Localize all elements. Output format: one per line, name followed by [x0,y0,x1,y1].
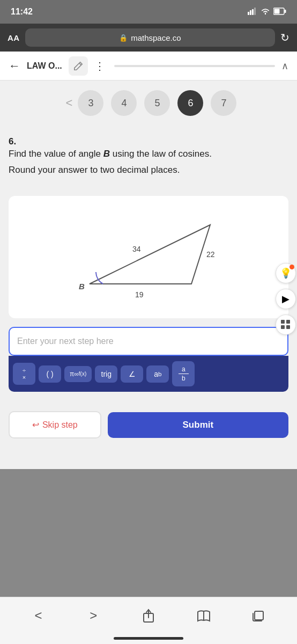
book-button[interactable] [190,602,217,629]
skip-icon: ↩ [32,420,39,430]
status-time: 11:42 [11,7,33,17]
svg-text:22: 22 [206,250,215,259]
tabs-button[interactable] [246,602,272,629]
answer-input-container[interactable]: Enter your next step here [9,327,288,356]
nav-forward-button[interactable]: > [80,602,107,629]
side-buttons: 💡 ▶ [276,263,296,335]
more-options-button[interactable]: ⋮ [94,60,106,72]
function-button[interactable]: π∞f(x) [64,366,92,382]
svg-rect-5 [285,10,286,13]
wifi-icon [261,8,270,17]
battery-icon [273,8,286,17]
back-button[interactable]: ← [9,59,20,73]
svg-rect-0 [248,12,249,15]
status-icons [248,8,286,17]
play-button[interactable]: ▶ [276,289,296,309]
question-bubble-6[interactable]: 6 [177,90,203,116]
parenthesis-button[interactable]: ( ) [39,365,61,383]
browser-url-bar[interactable]: 🔒 mathspace.co [25,28,275,47]
svg-rect-2 [252,9,254,15]
lock-icon: 🔒 [119,34,128,42]
svg-rect-13 [281,320,285,324]
status-bar: 11:42 [0,0,297,24]
question-bubble-7[interactable]: 7 [211,90,236,116]
fraction-button[interactable]: ÷ × [13,363,35,384]
triangle-diagram: B 34 22 19 [73,209,224,305]
question-nav: < 3 4 5 6 7 [0,80,297,126]
diagram-container: B 34 22 19 [9,196,288,318]
question-bubble-3[interactable]: 3 [78,90,103,116]
share-button[interactable] [135,602,162,629]
browser-aa-label[interactable]: AA [8,33,20,42]
skip-step-button[interactable]: ↩ Skip step [9,411,101,438]
browser-bar: AA 🔒 mathspace.co ↻ [0,24,297,52]
question-number: 6. [9,136,16,147]
grid-button[interactable] [276,314,296,335]
header-title: LAW O... [27,61,62,71]
svg-rect-3 [254,8,256,15]
svg-rect-20 [255,611,263,620]
bottom-nav: < > [0,597,297,644]
svg-rect-16 [286,325,290,329]
svg-marker-8 [90,225,210,284]
trig-button[interactable]: trig [95,365,117,383]
svg-text:19: 19 [135,290,144,299]
home-indicator [114,637,183,640]
collapse-button[interactable]: ∧ [281,60,288,72]
angle-button[interactable]: ∠ [121,365,143,383]
signal-icon [248,8,257,17]
question-bubble-5[interactable]: 5 [144,90,170,116]
app-header: ← LAW O... ⋮ ∧ [0,52,297,80]
skip-label: Skip step [42,420,78,430]
browser-url-text: mathspace.co [131,33,181,42]
nav-prev-arrow[interactable]: < [61,96,78,110]
progress-bar [114,65,275,67]
svg-rect-1 [250,10,251,15]
nav-back-button[interactable]: < [25,602,51,629]
question-subtext: Round your answer to two decimal places. [9,163,288,177]
fraction2-button[interactable]: a b [172,361,195,386]
svg-rect-15 [281,325,285,329]
svg-text:34: 34 [132,245,141,253]
main-content: 6. Find the value of angle B using the l… [0,126,297,469]
pencil-icon-button[interactable] [69,56,88,76]
svg-text:B: B [79,282,85,291]
question-block: 6. Find the value of angle B using the l… [9,136,288,187]
input-placeholder: Enter your next step here [17,336,114,346]
power-button[interactable]: ab [146,365,169,383]
question-text: Find the value of angle B using the law … [9,147,288,161]
hint-button[interactable]: 💡 [276,263,296,283]
action-row: ↩ Skip step Submit [9,402,288,438]
svg-rect-6 [274,9,280,13]
math-keyboard: ÷ × ( ) π∞f(x) trig ∠ ab a b [9,356,288,392]
submit-button[interactable]: Submit [108,412,288,438]
question-bubbles: 3 4 5 6 7 [78,90,236,116]
svg-rect-14 [286,320,290,324]
hint-notification-dot [289,265,294,269]
question-bubble-4[interactable]: 4 [111,90,137,116]
reload-button[interactable]: ↻ [280,31,289,44]
